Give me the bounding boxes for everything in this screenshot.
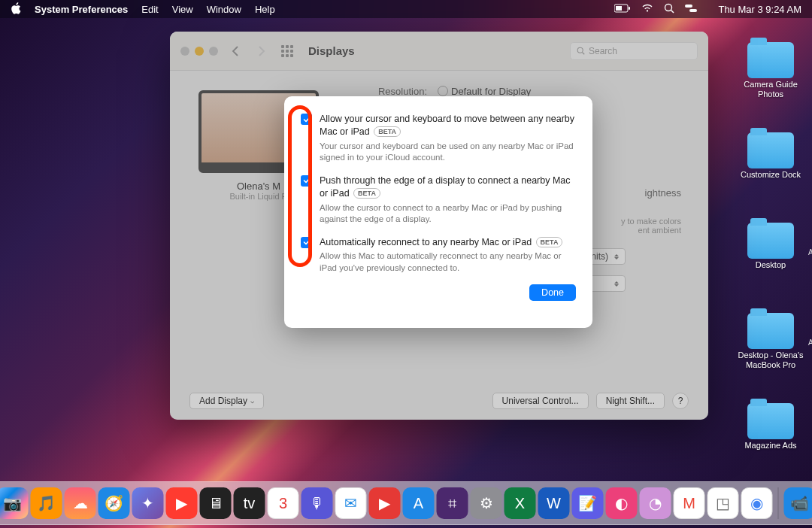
svg-rect-1: [616, 6, 622, 11]
help-button[interactable]: ?: [672, 393, 689, 409]
search-field[interactable]: Search: [570, 42, 698, 60]
folder-label: Desktop - Olena's MacBook Pro: [737, 350, 804, 370]
checkbox[interactable]: [301, 175, 312, 187]
dock-separator: [778, 487, 779, 519]
option-title: Automatically reconnect to any nearby Ma…: [320, 237, 532, 247]
menu-edit[interactable]: Edit: [141, 4, 158, 15]
dock-app-icon[interactable]: tv: [234, 487, 265, 519]
folder-icon: [747, 42, 794, 78]
svg-rect-2: [629, 7, 630, 10]
svg-rect-5: [685, 5, 692, 8]
done-button[interactable]: Done: [529, 284, 576, 301]
sheet-option-row: Automatically reconnect to any nearby Ma…: [301, 236, 576, 275]
control-center-icon[interactable]: [685, 4, 697, 15]
menu-help[interactable]: Help: [255, 4, 275, 15]
dock-app-icon[interactable]: W: [538, 487, 570, 519]
search-placeholder: Search: [589, 46, 617, 56]
window-toolbar: Displays Search: [170, 32, 708, 71]
dock-app-icon[interactable]: ✦: [132, 487, 164, 519]
universal-control-button[interactable]: Universal Control...: [492, 393, 589, 409]
apple-menu-icon[interactable]: [11, 2, 21, 17]
menu-window[interactable]: Window: [207, 4, 241, 15]
dock-app-icon[interactable]: ☁︎: [65, 487, 96, 519]
dock-app-icon[interactable]: ▶: [166, 487, 198, 519]
checkbox[interactable]: [301, 114, 312, 125]
clock[interactable]: Thu Mar 3 9:24 AM: [718, 4, 801, 15]
dock-app-icon[interactable]: ◳: [707, 487, 739, 519]
dock-app-icon[interactable]: 🎵: [31, 487, 62, 519]
dock-app-icon[interactable]: M: [674, 487, 705, 519]
window-title: Displays: [308, 44, 355, 57]
show-all-button[interactable]: [278, 42, 296, 60]
dock-app-icon[interactable]: X: [504, 487, 536, 519]
folder-label: Magazine Ads: [744, 441, 796, 451]
dock-app-icon[interactable]: 📹: [784, 487, 813, 519]
folder-label: Camera Guide Photos: [737, 80, 804, 99]
dock-app-icon[interactable]: ✉︎: [335, 487, 367, 519]
minimize-button[interactable]: [195, 47, 204, 56]
svg-line-4: [671, 10, 674, 13]
desktop-folder[interactable]: DesktopAM: [737, 218, 804, 270]
desktop-folder[interactable]: Camera Guide Photos: [737, 38, 804, 99]
app-menu[interactable]: System Preferences: [35, 4, 128, 15]
add-display-button[interactable]: Add Display ⌵: [189, 393, 264, 409]
desktop-folder[interactable]: Magazine Ads: [737, 399, 804, 451]
universal-control-sheet: Allow your cursor and keyboard to move b…: [284, 96, 592, 328]
svg-line-8: [582, 52, 584, 54]
dock-app-icon[interactable]: ⚙︎: [471, 487, 502, 519]
folder-label: Customize Dock: [741, 170, 801, 180]
svg-rect-6: [689, 9, 697, 12]
night-shift-button[interactable]: Night Shift...: [596, 393, 665, 409]
folder-icon: [747, 223, 794, 259]
folder-icon: [747, 132, 794, 168]
option-description: Allow the cursor to connect to a nearby …: [320, 202, 576, 226]
dock-app-icon[interactable]: ◔: [640, 487, 671, 519]
desktop-folder[interactable]: Desktop - Olena's MacBook ProAM: [737, 308, 804, 370]
sheet-option-row: Push through the edge of a display to co…: [301, 174, 576, 226]
option-title: Allow your cursor and keyboard to move b…: [320, 114, 574, 137]
dock: 🙂▦💬📷🎵☁︎🧭✦▶🖥tv3🎙✉︎▶A⌗⚙︎XW📝◐◔M◳◉📹📁Aa🗑: [0, 481, 812, 525]
dock-app-icon[interactable]: ◉: [741, 487, 773, 519]
dock-app-icon[interactable]: 3: [268, 487, 299, 519]
svg-point-3: [665, 4, 672, 11]
option-description: Allow this Mac to automatically reconnec…: [320, 250, 576, 274]
beta-badge: BETA: [374, 126, 401, 137]
checkbox[interactable]: [301, 237, 312, 248]
beta-badge: BETA: [536, 237, 563, 247]
resolution-default-radio[interactable]: Default for Display: [438, 86, 531, 97]
desktop-folder[interactable]: Customize Dock: [737, 128, 804, 180]
dock-app-icon[interactable]: ◐: [606, 487, 638, 519]
dock-app-icon[interactable]: 📝: [572, 487, 604, 519]
spotlight-icon[interactable]: [664, 3, 674, 16]
traffic-lights: [180, 47, 218, 56]
sheet-option-row: Allow your cursor and keyboard to move b…: [301, 113, 576, 164]
folder-sublabel: AM: [808, 338, 812, 347]
forward-button[interactable]: [251, 42, 272, 60]
zoom-button[interactable]: [209, 47, 218, 56]
chevron-down-icon: ⌵: [250, 397, 254, 405]
dock-app-icon[interactable]: ▶: [369, 487, 401, 519]
svg-point-7: [577, 47, 583, 53]
close-button[interactable]: [180, 47, 189, 56]
folder-label: Desktop: [756, 260, 786, 270]
dock-app-icon[interactable]: 🧭: [98, 487, 130, 519]
wifi-icon[interactable]: [641, 4, 653, 15]
menu-bar: System Preferences Edit View Window Help…: [0, 0, 812, 18]
dock-app-icon[interactable]: 📷: [0, 487, 29, 519]
folder-icon: [747, 403, 794, 439]
dock-app-icon[interactable]: A: [403, 487, 435, 519]
resolution-label: Resolution:: [349, 86, 427, 97]
beta-badge: BETA: [353, 188, 380, 199]
dock-app-icon[interactable]: 🖥: [200, 487, 232, 519]
dock-app-icon[interactable]: 🎙: [301, 487, 333, 519]
folder-sublabel: AM: [808, 248, 812, 256]
battery-icon[interactable]: [614, 4, 631, 15]
folder-icon: [747, 313, 794, 349]
option-description: Your cursor and keyboard can be used on …: [320, 141, 576, 164]
dock-app-icon[interactable]: ⌗: [437, 487, 468, 519]
desktop-background: System Preferences Edit View Window Help…: [0, 0, 812, 528]
menu-view[interactable]: View: [172, 4, 193, 15]
back-button[interactable]: [224, 42, 245, 60]
